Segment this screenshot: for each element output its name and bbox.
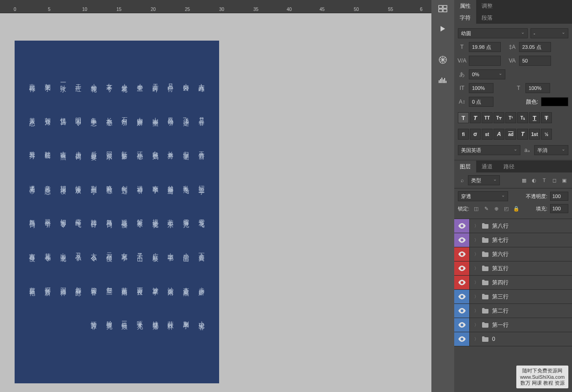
filter-type-icon[interactable]: T xyxy=(540,176,548,184)
layer-row[interactable]: 〉第一行 xyxy=(454,318,572,332)
language-dropdown[interactable]: 美国英语 xyxy=(458,145,520,155)
italic-toggle[interactable]: T xyxy=(470,112,481,123)
canvas-text-item: 下薪簨 xyxy=(197,238,205,263)
layers-panel: ⌕ 类型 ▩ ◐ T ◻ ▣ 穿透 不透明度: 锁定: xyxy=(454,172,572,392)
search-icon: ⌕ xyxy=(458,176,466,184)
canvas-text-item: 望仙楼 xyxy=(59,170,67,195)
layer-row[interactable]: 〉第六行 xyxy=(454,247,572,261)
stylistic-toggle[interactable]: st xyxy=(482,129,493,140)
canvas-text-item: 进神引 xyxy=(136,170,144,195)
leading-input[interactable] xyxy=(519,42,551,52)
scale-h-input[interactable] xyxy=(525,83,550,93)
fraction-toggle[interactable]: ½ xyxy=(541,129,552,140)
lock-artboard-icon[interactable]: ◰ xyxy=(502,204,510,213)
canvas-text-item: 摸童驼 xyxy=(151,204,159,229)
layer-row[interactable]: 〉第二行 xyxy=(454,304,572,318)
lock-position-icon[interactable]: ⊕ xyxy=(492,204,500,213)
scale-v-input[interactable] xyxy=(469,83,493,93)
superscript-toggle[interactable]: T¹ xyxy=(505,112,516,123)
chevron-right-icon[interactable]: 〉 xyxy=(474,266,478,272)
tab-channels[interactable]: 通道 xyxy=(476,161,498,172)
histogram-icon[interactable] xyxy=(437,74,449,86)
tsume-dropdown[interactable]: 0% xyxy=(469,69,505,79)
layer-name-label: 第七行 xyxy=(492,236,509,244)
smallcaps-toggle[interactable]: Tᴛ xyxy=(493,112,504,123)
canvas-text-item: 石州引 xyxy=(121,102,129,127)
chevron-right-icon[interactable]: 〉 xyxy=(474,237,478,243)
chevron-right-icon[interactable]: 〉 xyxy=(474,223,478,229)
chevron-right-icon[interactable]: 〉 xyxy=(474,251,478,257)
filter-smart-icon[interactable]: ▣ xyxy=(560,176,568,184)
layer-row[interactable]: 〉第七行 xyxy=(454,233,572,247)
compass-icon[interactable] xyxy=(437,54,449,66)
layer-row[interactable]: 〉第三行 xyxy=(454,290,572,304)
swash-toggle[interactable]: σ xyxy=(470,129,481,140)
titling-toggle[interactable]: A xyxy=(493,129,504,140)
font-style-dropdown[interactable]: - xyxy=(530,28,568,38)
chevron-right-icon[interactable]: 〉 xyxy=(474,308,478,314)
lock-transparency-icon[interactable]: ◫ xyxy=(472,204,480,213)
opacity-input[interactable] xyxy=(550,192,568,201)
font-dropdown[interactable]: 幼圆 xyxy=(458,28,528,38)
tab-paths[interactable]: 路径 xyxy=(498,161,520,172)
panels-icon[interactable] xyxy=(437,3,449,15)
canvas-text-item: 悟芳菲 xyxy=(89,305,98,331)
canvas-text-item: 啄木儿 xyxy=(136,305,144,331)
layer-name-label: 第一行 xyxy=(492,321,509,329)
canvas-text-item: 柳云春 xyxy=(89,272,98,297)
bold-toggle[interactable]: T xyxy=(458,112,469,123)
layer-visibility-toggle[interactable] xyxy=(454,276,470,289)
layer-visibility-toggle[interactable] xyxy=(454,290,470,303)
svg-rect-8 xyxy=(441,78,442,83)
tab-properties[interactable]: 属性 xyxy=(454,0,476,12)
filter-shape-icon[interactable]: ◻ xyxy=(550,176,558,184)
lock-pixels-icon[interactable]: ✎ xyxy=(482,204,490,213)
subscript-toggle[interactable]: T₁ xyxy=(517,112,528,123)
filter-type-dropdown[interactable]: 类型 xyxy=(468,175,500,185)
allcaps-toggle[interactable]: TT xyxy=(482,112,493,123)
document-canvas[interactable]: 悲哉行朝天子一叶水十二红小梅花女子兮小庭花小秦王干荷叶月中行山外云六六峰替人愁朝… xyxy=(15,41,219,383)
canvas-text-item: 六么令 xyxy=(89,238,98,263)
tab-paragraph[interactable]: 段落 xyxy=(476,12,498,24)
oldstyle-toggle[interactable]: T xyxy=(517,129,528,140)
chevron-right-icon[interactable]: 〉 xyxy=(474,322,478,328)
ligature-toggle[interactable]: fi xyxy=(458,129,469,140)
layer-visibility-toggle[interactable] xyxy=(454,219,470,233)
play-icon[interactable] xyxy=(437,23,449,35)
layer-row[interactable]: 〉第四行 xyxy=(454,276,572,290)
first-toggle[interactable]: 1st xyxy=(529,129,540,140)
chevron-right-icon[interactable]: 〉 xyxy=(474,280,478,286)
tab-character[interactable]: 字符 xyxy=(454,12,476,24)
fill-input[interactable] xyxy=(550,204,568,213)
canvas-text-item: 小梅花 xyxy=(89,68,98,94)
layer-row[interactable]: 〉第五行 xyxy=(454,261,572,276)
blend-mode-dropdown[interactable]: 穿透 xyxy=(458,191,508,201)
color-swatch[interactable] xyxy=(541,97,568,106)
baseline-input[interactable] xyxy=(469,97,493,107)
filter-adjust-icon[interactable]: ◐ xyxy=(530,176,538,184)
tab-layers[interactable]: 图层 xyxy=(454,161,476,172)
strikethrough-toggle[interactable]: T xyxy=(541,112,552,123)
chevron-right-icon[interactable]: 〉 xyxy=(474,336,478,342)
underline-toggle[interactable]: T xyxy=(529,112,540,123)
layer-visibility-toggle[interactable] xyxy=(454,304,470,318)
antialias-dropdown[interactable]: 半消 xyxy=(534,145,568,155)
tab-adjust[interactable]: 调整 xyxy=(476,0,498,12)
ordinals-toggle[interactable]: ad xyxy=(505,129,516,140)
lock-all-icon[interactable]: 🔒 xyxy=(512,204,520,213)
layer-row[interactable]: 〉第八行 xyxy=(454,219,572,233)
layer-visibility-toggle[interactable] xyxy=(454,332,470,346)
layer-visibility-toggle[interactable] xyxy=(454,318,470,332)
layer-visibility-toggle[interactable] xyxy=(454,233,470,247)
layer-visibility-toggle[interactable] xyxy=(454,247,470,261)
layer-visibility-toggle[interactable] xyxy=(454,261,470,275)
filter-pixel-icon[interactable]: ▩ xyxy=(520,176,528,184)
chevron-right-icon[interactable]: 〉 xyxy=(474,294,478,300)
font-size-input[interactable] xyxy=(469,42,501,52)
canvas-text-item: 替人愁 xyxy=(28,102,37,127)
canvas-text-item: 乳燕飞 xyxy=(182,170,190,195)
tracking-input[interactable] xyxy=(519,56,551,66)
layer-row[interactable]: 〉0 xyxy=(454,332,572,346)
kerning-input[interactable] xyxy=(469,56,501,66)
canvas-text-item: 子云山 xyxy=(136,238,144,263)
